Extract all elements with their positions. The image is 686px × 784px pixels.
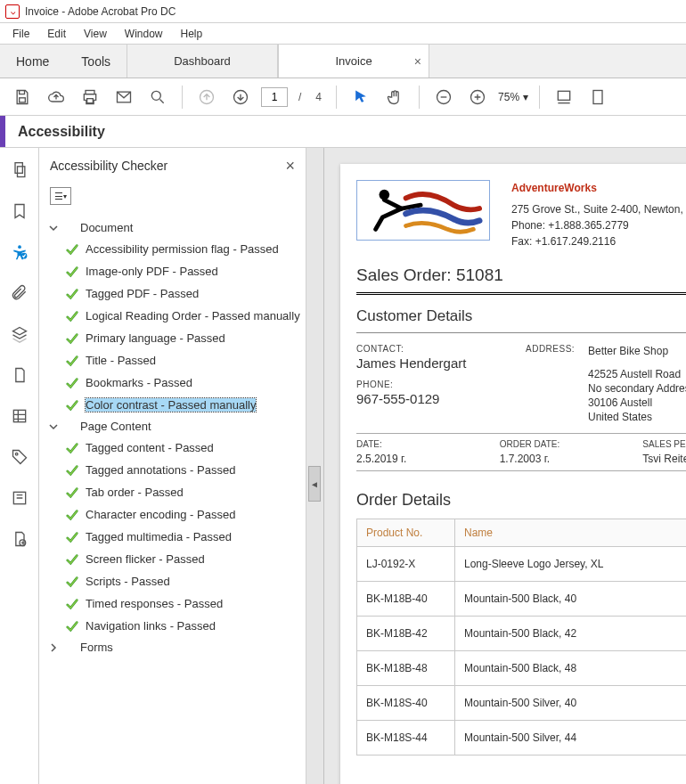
customer-details-heading: Customer Details bbox=[356, 295, 686, 333]
tab-bar: Home Tools Dashboard Invoice × bbox=[0, 45, 686, 78]
fit-width-icon[interactable] bbox=[551, 84, 577, 110]
panel-header: Accessibility bbox=[0, 116, 686, 148]
address-name: Better Bike Shop bbox=[588, 344, 686, 358]
order-table: Product No. Name LJ-0192-XLong-Sleeve Lo… bbox=[356, 519, 686, 755]
page-down-icon[interactable] bbox=[227, 84, 254, 110]
zoom-in-icon[interactable] bbox=[464, 84, 491, 110]
order-panel-icon[interactable] bbox=[10, 406, 29, 426]
print-icon[interactable] bbox=[77, 84, 103, 110]
table-row: BK-M18B-42Mountain-500 Black, 42 bbox=[357, 617, 687, 651]
page-separator: / bbox=[295, 91, 305, 103]
hand-tool-icon[interactable] bbox=[381, 84, 408, 110]
svg-rect-10 bbox=[593, 90, 602, 103]
mail-icon[interactable] bbox=[110, 84, 137, 110]
checker-section: DocumentAccessibility permission flag - … bbox=[39, 217, 306, 416]
select-tool-icon[interactable] bbox=[347, 84, 374, 110]
document-viewport[interactable]: AdventureWorks 275 Grove St., Suite 2-40… bbox=[324, 148, 686, 784]
tab-tools[interactable]: Tools bbox=[65, 45, 127, 78]
checker-item[interactable]: Tab order - Passed bbox=[66, 481, 306, 503]
cloud-upload-icon[interactable] bbox=[43, 84, 69, 110]
checker-options-button[interactable]: ☰▾ bbox=[50, 187, 71, 205]
checker-section: Forms bbox=[39, 637, 306, 657]
address-line4: United States bbox=[588, 410, 686, 424]
checker-item[interactable]: Bookmarks - Passed bbox=[66, 372, 306, 394]
bookmark-icon[interactable] bbox=[10, 201, 29, 221]
checker-item[interactable]: Tagged multimedia - Passed bbox=[66, 526, 306, 548]
search-icon[interactable] bbox=[144, 84, 171, 110]
checker-item[interactable]: Tagged annotations - Passed bbox=[66, 459, 306, 481]
svg-rect-12 bbox=[17, 167, 24, 177]
address-line1: 42525 Austell Road bbox=[588, 367, 686, 381]
checker-item[interactable]: Color contrast - Passed manually bbox=[66, 394, 306, 416]
zoom-out-icon[interactable] bbox=[430, 84, 457, 110]
menu-window[interactable]: Window bbox=[116, 25, 172, 43]
svg-rect-0 bbox=[20, 97, 26, 102]
tab-dashboard[interactable]: Dashboard bbox=[127, 45, 278, 78]
table-row: LJ-0192-XLong-Sleeve Logo Jersey, XL bbox=[357, 547, 687, 582]
menu-file[interactable]: File bbox=[4, 25, 38, 43]
content-panel-icon[interactable] bbox=[10, 488, 29, 508]
checker-item[interactable]: Timed responses - Passed bbox=[66, 592, 306, 615]
checker-item[interactable]: Image-only PDF - Passed bbox=[66, 260, 306, 282]
separator bbox=[336, 86, 337, 109]
panel-title: Accessibility bbox=[5, 124, 105, 140]
order-meta: DATE:2.5.2019 г. ORDER DATE:1.7.2003 г. … bbox=[356, 433, 686, 471]
export-icon[interactable] bbox=[10, 529, 29, 549]
checker-section-header[interactable]: Forms bbox=[39, 637, 306, 657]
panel-gutter: ◄ bbox=[306, 148, 324, 784]
navigation-rail bbox=[0, 148, 39, 784]
contact-value: James Hendergart bbox=[356, 354, 517, 380]
svg-point-13 bbox=[18, 245, 21, 249]
title-bar: ⌵ Invoice - Adobe Acrobat Pro DC bbox=[0, 0, 686, 23]
separator bbox=[182, 86, 183, 109]
checker-section-header[interactable]: Document bbox=[39, 217, 306, 238]
checker-item[interactable]: Navigation links - Passed bbox=[66, 615, 306, 637]
checker-item[interactable]: Logical Reading Order - Passed manually bbox=[66, 305, 306, 327]
page-up-icon[interactable] bbox=[193, 84, 220, 110]
checker-item[interactable]: Tagged PDF - Passed bbox=[66, 282, 306, 305]
menu-view[interactable]: View bbox=[75, 25, 116, 43]
checker-item[interactable]: Screen flicker - Passed bbox=[66, 548, 306, 570]
table-row: BK-M18S-40Mountain-500 Silver, 40 bbox=[357, 686, 687, 721]
company-address: 275 Grove St., Suite 2-400, Newton, MA 0… bbox=[511, 201, 686, 217]
save-icon[interactable] bbox=[9, 84, 36, 110]
phone-value: 967-555-0129 bbox=[356, 389, 517, 415]
chevron-down-icon: ▾ bbox=[523, 91, 528, 103]
table-row: BK-M18S-44Mountain-500 Silver, 44 bbox=[357, 721, 687, 755]
tab-home[interactable]: Home bbox=[0, 45, 65, 78]
pages-icon[interactable] bbox=[10, 160, 29, 180]
svg-rect-15 bbox=[13, 410, 25, 421]
col-product-no: Product No. bbox=[357, 519, 455, 547]
page-number-input[interactable] bbox=[261, 87, 288, 107]
collapse-handle[interactable]: ◄ bbox=[308, 466, 321, 502]
svg-rect-2 bbox=[87, 98, 94, 102]
checker-item[interactable]: Primary language - Passed bbox=[66, 327, 306, 349]
zoom-dropdown[interactable]: 75% ▾ bbox=[498, 91, 528, 103]
window-title: Invoice - Adobe Acrobat Pro DC bbox=[25, 5, 176, 18]
page-icon[interactable] bbox=[10, 365, 29, 385]
accessibility-icon[interactable] bbox=[10, 242, 29, 262]
checker-item[interactable]: Tagged content - Passed bbox=[66, 437, 306, 459]
layers-icon[interactable] bbox=[10, 324, 29, 344]
pdf-page: AdventureWorks 275 Grove St., Suite 2-40… bbox=[340, 164, 686, 784]
checker-item[interactable]: Scripts - Passed bbox=[66, 570, 306, 592]
close-tab-icon[interactable]: × bbox=[414, 54, 421, 69]
phone-label: PHONE: bbox=[356, 380, 517, 389]
checker-item[interactable]: Title - Passed bbox=[66, 349, 306, 372]
separator bbox=[539, 86, 540, 109]
tab-invoice[interactable]: Invoice × bbox=[278, 45, 429, 78]
checker-item[interactable]: Character encoding - Passed bbox=[66, 503, 306, 526]
fit-page-icon[interactable] bbox=[584, 84, 611, 110]
order-details-heading: Order Details bbox=[356, 471, 686, 519]
sales-order-heading: Sales Order: 51081 bbox=[356, 262, 686, 295]
menu-help[interactable]: Help bbox=[172, 25, 212, 43]
tags-icon[interactable] bbox=[10, 447, 29, 467]
menu-edit[interactable]: Edit bbox=[38, 25, 75, 43]
checker-item[interactable]: Accessibility permission flag - Passed bbox=[66, 238, 306, 260]
attachment-icon[interactable] bbox=[10, 283, 29, 303]
address-line2: No secondary Address bbox=[588, 381, 686, 396]
checker-section-header[interactable]: Page Content bbox=[39, 416, 306, 437]
page-total: 4 bbox=[312, 91, 325, 103]
close-panel-icon[interactable]: × bbox=[285, 157, 295, 176]
contact-label: CONTACT: bbox=[356, 344, 517, 354]
